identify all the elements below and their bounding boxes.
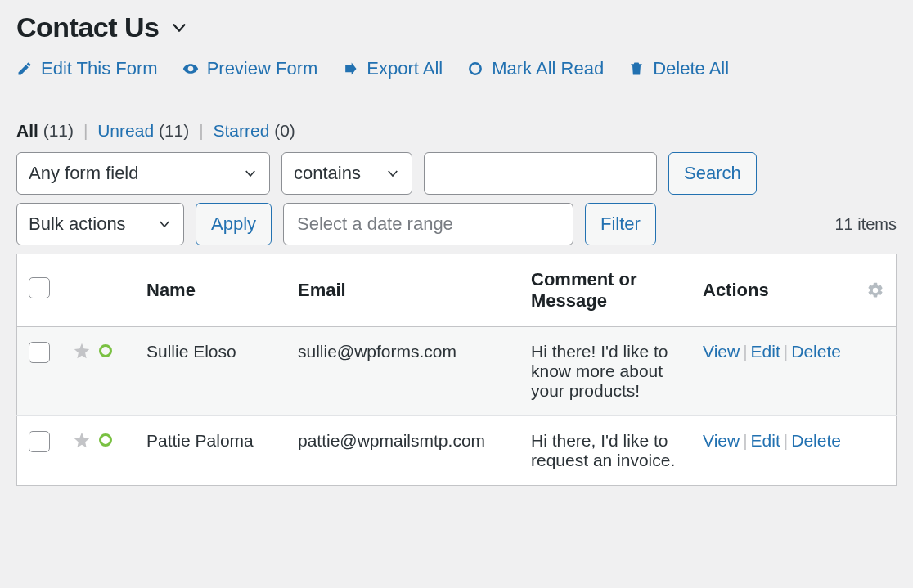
edit-form-link[interactable]: Edit This Form xyxy=(16,58,158,79)
page-title[interactable]: Contact Us xyxy=(16,11,159,43)
delete-link[interactable]: Delete xyxy=(791,342,841,361)
entry-filter-tabs: All (11) | Unread (11) | Starred (0) xyxy=(16,121,897,141)
date-range-field[interactable] xyxy=(295,213,561,236)
pencil-icon xyxy=(16,61,33,77)
chevron-down-icon xyxy=(385,166,400,181)
star-icon[interactable] xyxy=(73,342,91,360)
edit-form-label: Edit This Form xyxy=(41,58,158,79)
export-all-label: Export All xyxy=(367,58,443,79)
date-range-input[interactable] xyxy=(283,203,573,245)
tab-unread-count: (11) xyxy=(159,121,189,140)
field-select-value: Any form field xyxy=(29,163,139,184)
column-email[interactable]: Email xyxy=(286,254,519,327)
operator-select-value: contains xyxy=(294,163,361,184)
delete-all-label: Delete All xyxy=(653,58,729,79)
tab-starred-count: (0) xyxy=(274,121,295,140)
cell-actions: View|Edit|Delete xyxy=(691,327,897,416)
edit-link[interactable]: Edit xyxy=(751,342,780,361)
row-checkbox[interactable] xyxy=(29,342,50,363)
preview-form-label: Preview Form xyxy=(207,58,318,79)
tab-unread[interactable]: Unread (11) xyxy=(97,121,194,140)
chevron-down-icon xyxy=(157,217,172,231)
tab-unread-label: Unread xyxy=(97,121,154,140)
search-button[interactable]: Search xyxy=(668,152,757,195)
cell-message: Hi there! I'd like to know more about yo… xyxy=(519,327,691,416)
bulk-actions-value: Bulk actions xyxy=(29,213,126,235)
filter-button[interactable]: Filter xyxy=(585,203,656,245)
export-icon xyxy=(342,61,358,77)
cell-actions: View|Edit|Delete xyxy=(691,416,897,486)
edit-link[interactable]: Edit xyxy=(751,431,780,450)
tab-separator: | xyxy=(83,121,88,140)
unread-indicator-icon[interactable] xyxy=(99,433,112,447)
column-name[interactable]: Name xyxy=(135,254,286,327)
circle-icon xyxy=(467,61,483,77)
svg-point-0 xyxy=(470,63,481,74)
delete-link[interactable]: Delete xyxy=(791,431,841,450)
tab-separator: | xyxy=(199,121,203,140)
eye-icon xyxy=(182,61,199,77)
search-input-field[interactable] xyxy=(436,162,645,185)
form-action-links: Edit This Form Preview Form Export All M… xyxy=(16,58,897,101)
apply-button[interactable]: Apply xyxy=(196,203,272,245)
cell-name: Sullie Eloso xyxy=(135,327,286,416)
mark-all-read-label: Mark All Read xyxy=(492,58,604,79)
delete-all-link[interactable]: Delete All xyxy=(628,58,729,79)
tab-all-label: All xyxy=(16,121,38,140)
view-link[interactable]: View xyxy=(703,342,740,361)
unread-indicator-icon[interactable] xyxy=(99,344,112,357)
column-actions: Actions xyxy=(691,254,855,327)
column-message[interactable]: Comment or Message xyxy=(519,254,691,327)
select-all-checkbox[interactable] xyxy=(29,277,50,298)
export-all-link[interactable]: Export All xyxy=(342,58,443,79)
tab-starred-label: Starred xyxy=(213,121,269,140)
cell-email: pattie@wpmailsmtp.com xyxy=(286,416,519,486)
cell-message: Hi there, I'd like to request an invoice… xyxy=(519,416,691,486)
tab-all[interactable]: All (11) xyxy=(16,121,79,140)
row-checkbox[interactable] xyxy=(29,431,50,452)
gear-icon[interactable] xyxy=(866,281,884,299)
cell-email: sullie@wpforms.com xyxy=(286,327,519,416)
items-count: 11 items xyxy=(834,215,897,234)
tab-all-count: (11) xyxy=(43,121,74,140)
field-select[interactable]: Any form field xyxy=(16,152,270,195)
chevron-down-icon xyxy=(243,166,258,181)
star-icon[interactable] xyxy=(73,431,91,449)
table-row: Pattie Paloma pattie@wpmailsmtp.com Hi t… xyxy=(17,416,897,486)
mark-all-read-link[interactable]: Mark All Read xyxy=(467,58,604,79)
trash-icon xyxy=(628,61,645,77)
table-row: Sullie Eloso sullie@wpforms.com Hi there… xyxy=(17,327,897,416)
view-link[interactable]: View xyxy=(703,431,740,450)
search-input[interactable] xyxy=(424,152,657,195)
bulk-actions-select[interactable]: Bulk actions xyxy=(16,203,184,245)
tab-starred[interactable]: Starred (0) xyxy=(213,121,295,140)
entries-table: Name Email Comment or Message Actions Su… xyxy=(16,254,897,486)
chevron-down-icon[interactable] xyxy=(170,19,188,37)
preview-form-link[interactable]: Preview Form xyxy=(182,58,318,79)
table-header-row: Name Email Comment or Message Actions xyxy=(17,254,897,327)
cell-name: Pattie Paloma xyxy=(135,416,286,486)
operator-select[interactable]: contains xyxy=(281,152,412,195)
